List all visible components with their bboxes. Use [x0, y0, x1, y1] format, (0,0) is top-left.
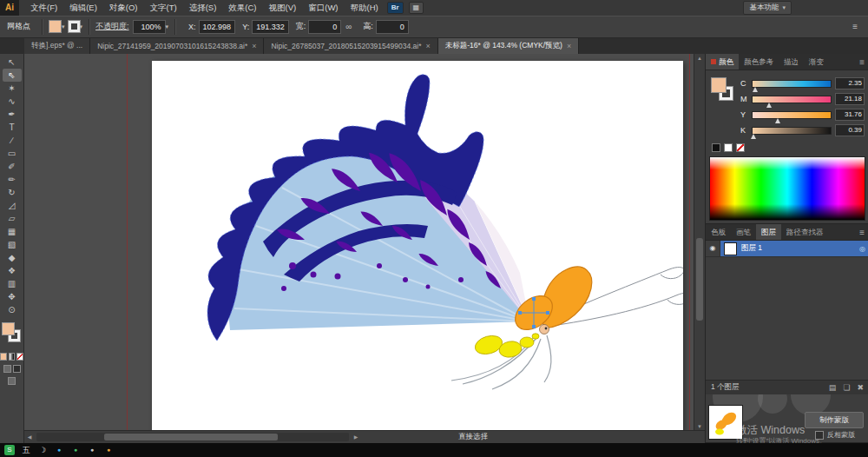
tool-lasso[interactable]: ∿ — [3, 95, 22, 108]
vertical-scrollbar[interactable]: ▲ ▼ — [694, 54, 705, 431]
taskbar-app-icon-4[interactable]: ● — [103, 445, 114, 455]
tab-layers[interactable]: 图层 — [756, 224, 781, 240]
doc-tab-3[interactable]: Nipic_26785037_20180515203915499034.ai* … — [264, 38, 437, 54]
taskbar-moon-icon[interactable]: ☽ — [37, 445, 48, 455]
tab-gradient[interactable]: 渐变 — [804, 54, 829, 70]
control-panel-menu-icon[interactable]: ≡ — [849, 22, 861, 31]
make-mask-button[interactable]: 制作蒙版 — [805, 412, 864, 428]
tab-color-guide[interactable]: 颜色参考 — [739, 54, 779, 70]
close-icon[interactable]: × — [252, 42, 256, 50]
x-field[interactable]: 102.998 — [199, 20, 236, 34]
horizontal-scrollbar[interactable] — [36, 433, 349, 441]
tool-paintbrush[interactable]: ✐ — [3, 160, 22, 173]
menu-item-select[interactable]: 选择(S) — [183, 0, 223, 16]
tool-hand[interactable]: ✥ — [3, 290, 22, 303]
opacity-link[interactable]: 不透明度: — [95, 21, 129, 32]
draw-normal-chip[interactable] — [3, 365, 11, 373]
layer-name[interactable]: 图层 1 — [741, 243, 762, 254]
yellow-value-field[interactable]: 31.76 — [835, 109, 865, 121]
tab-brushes[interactable]: 画笔 — [731, 224, 756, 240]
color-spectrum[interactable] — [709, 156, 865, 221]
taskbar-app-icon-2[interactable]: ● — [70, 445, 81, 455]
opacity-value[interactable]: 100% — [133, 20, 166, 34]
opacity-dropdown-icon[interactable]: ▾ — [166, 23, 169, 30]
layer-row[interactable]: ◉ 图层 1 ◎ — [706, 241, 868, 257]
magenta-slider[interactable] — [752, 96, 832, 103]
tool-direct-selection[interactable]: ⇖ — [3, 69, 22, 82]
tool-pencil[interactable]: ✏ — [3, 173, 22, 186]
cyan-slider[interactable] — [752, 80, 832, 88]
tool-magic-wand[interactable]: ✶ — [3, 82, 22, 95]
horizontal-scrollbar-thumb[interactable] — [104, 434, 278, 440]
screen-mode-chip[interactable] — [8, 377, 16, 385]
gradient-mode-chip[interactable] — [9, 353, 16, 361]
magenta-slider-thumb[interactable] — [766, 103, 772, 108]
taskbar-input-icon[interactable]: S — [4, 445, 15, 455]
tab-swatches[interactable]: 色板 — [706, 224, 731, 240]
fill-color-swatch[interactable] — [49, 20, 62, 33]
black-swatch[interactable] — [712, 143, 720, 152]
panel-menu-icon[interactable]: ≡ — [855, 228, 868, 237]
tab-color[interactable]: 颜色 — [706, 54, 739, 70]
tool-pen[interactable]: ✒ — [3, 108, 22, 121]
magenta-value-field[interactable]: 21.18 — [835, 93, 865, 105]
none-mode-chip[interactable] — [16, 353, 23, 361]
constrain-proportions-icon[interactable]: ∞ — [345, 22, 352, 31]
stroke-color-swatch[interactable] — [69, 21, 80, 32]
tool-eyedropper[interactable]: ◆ — [3, 251, 22, 264]
doc-tab-1[interactable]: 转换].eps* @ ... — [24, 38, 90, 54]
black-slider-thumb[interactable] — [751, 134, 756, 139]
arrange-documents-icon[interactable]: ▦ — [409, 2, 424, 14]
height-field[interactable]: 0 — [376, 20, 409, 34]
workspace-switcher[interactable]: 基本功能 ▾ — [743, 1, 792, 15]
menu-item-help[interactable]: 帮助(H) — [345, 0, 385, 16]
yellow-slider-thumb[interactable] — [775, 118, 780, 123]
panel-menu-icon[interactable]: ≡ — [855, 57, 868, 67]
close-icon[interactable]: × — [425, 42, 430, 50]
none-swatch[interactable] — [736, 143, 745, 152]
tool-type[interactable]: T — [3, 121, 22, 134]
y-field[interactable]: 191.332 — [252, 20, 289, 34]
tool-blend[interactable]: ❖ — [3, 264, 22, 277]
canvas-area[interactable]: ▲ ▼ ◀ ▶ 直接选择 — [24, 54, 705, 443]
menu-item-edit[interactable]: 编辑(E) — [63, 0, 103, 16]
tool-scale[interactable]: ◿ — [3, 199, 22, 212]
bridge-icon[interactable]: Br — [387, 2, 404, 14]
tool-column-graph[interactable]: ▥ — [3, 277, 22, 290]
menu-item-effect[interactable]: 效果(C) — [222, 0, 262, 16]
tool-gradient[interactable]: ▧ — [3, 238, 22, 251]
doc-tab-2[interactable]: Nipic_27141959_20190703101615243838.ai* … — [90, 38, 264, 54]
layer-target-icon[interactable]: ◎ — [859, 245, 865, 253]
collect-folder-icon[interactable]: ▤ — [829, 383, 837, 392]
tool-zoom[interactable]: ⊙ — [3, 303, 22, 316]
visibility-eye-icon[interactable]: ◉ — [706, 241, 720, 256]
black-slider[interactable] — [752, 127, 832, 135]
scroll-right-icon[interactable]: ▶ — [351, 433, 361, 441]
fill-proxy-swatch[interactable] — [711, 77, 727, 93]
menu-item-window[interactable]: 窗口(W) — [302, 0, 344, 16]
tab-pathfinder[interactable]: 路径查找器 — [781, 224, 829, 240]
layer-selected[interactable]: 图层 1 ◎ — [720, 241, 868, 256]
fill-stroke-proxy[interactable] — [2, 322, 23, 348]
tool-rotate[interactable]: ↻ — [3, 186, 22, 199]
menu-item-file[interactable]: 文件(F) — [24, 0, 63, 16]
white-swatch[interactable] — [724, 143, 733, 152]
menu-item-object[interactable]: 对象(O) — [103, 0, 144, 16]
stroke-dropdown-icon[interactable]: ▾ — [80, 23, 83, 30]
taskbar-wubi-icon[interactable]: 五 — [21, 445, 31, 455]
tool-rectangle[interactable]: ▭ — [3, 147, 22, 160]
fill-proxy-swatch[interactable] — [2, 322, 15, 335]
cyan-slider-thumb[interactable] — [753, 87, 758, 92]
delete-layer-icon[interactable]: ✖ — [857, 383, 864, 392]
new-layer-icon[interactable]: ❏ — [843, 383, 850, 392]
tool-mesh[interactable]: ▦ — [3, 225, 22, 238]
yellow-slider[interactable] — [752, 111, 832, 119]
taskbar-app-icon-1[interactable]: ● — [54, 445, 64, 455]
scroll-left-icon[interactable]: ◀ — [24, 433, 35, 441]
close-icon[interactable]: × — [567, 42, 571, 50]
color-mode-chip[interactable] — [0, 353, 7, 361]
width-field[interactable]: 0 — [308, 20, 341, 34]
fill-dropdown-icon[interactable]: ▾ — [62, 23, 65, 30]
tool-line-segment[interactable]: ∕ — [3, 134, 22, 147]
menu-item-view[interactable]: 视图(V) — [263, 0, 303, 16]
